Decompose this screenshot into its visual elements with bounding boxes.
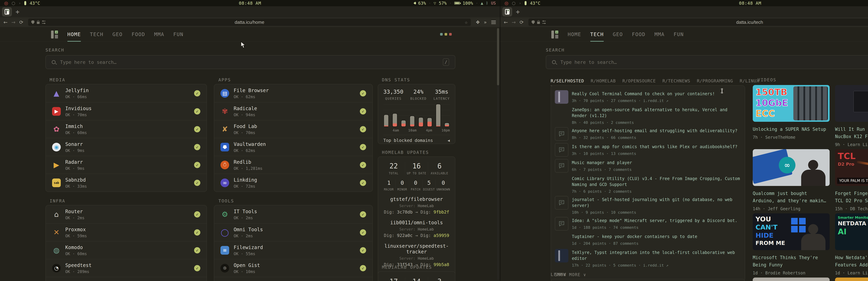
subreddit-tab-rtechnews[interactable]: R/TECHNEWS	[662, 78, 690, 86]
forward-button[interactable]: →	[512, 20, 516, 25]
reddit-post[interactable]: journalot - Self-hosted journaling with …	[555, 196, 741, 215]
dns-stats-label: DNS STATS	[382, 77, 410, 82]
dns-bar-blocked	[410, 125, 414, 127]
extensions-icon[interactable]: ❖	[476, 20, 480, 25]
clock: 08:48 AM	[739, 1, 761, 6]
service-row[interactable]: sabSabnzbdOK · 33ms✓	[46, 174, 207, 191]
new-tab-button[interactable]: +	[16, 8, 20, 15]
tab-tech[interactable]: TECH	[90, 27, 103, 42]
post-link[interactable]: i.redd.it ↗	[643, 263, 669, 268]
site-settings-icon[interactable]	[542, 21, 546, 24]
reddit-post[interactable]: Music manager and player6h · 7 points · …	[555, 159, 741, 173]
reddit-post[interactable]: Idea: A "sleep mode" Minecraft server, t…	[555, 217, 741, 231]
menu-icon[interactable]	[491, 22, 496, 23]
tab-mma[interactable]: MMA	[654, 27, 664, 42]
tab-geo[interactable]: GEO	[613, 27, 623, 42]
tab-food[interactable]: FOOD	[132, 27, 145, 42]
back-button[interactable]: ←	[3, 20, 7, 25]
reddit-post[interactable]: TeXlyre, Typst integration into the loca…	[555, 249, 741, 268]
overflow-icon[interactable]: »	[484, 20, 487, 25]
url-bar[interactable]: datta.icu/tech ☆	[528, 19, 868, 26]
service-row[interactable]: ◍KomodoOK · 60ms✓	[46, 241, 207, 259]
tab-geo[interactable]: GEO	[113, 27, 123, 42]
update-entry[interactable]: linuxserver/speedtest-trackerServer: Hom…	[382, 243, 451, 267]
service-row[interactable]: ⌾Open GistOK · 10ms✓	[214, 259, 372, 277]
video-card[interactable]: YOUCAN'THIDEFROM MEMicrosoft Thinks They…	[753, 213, 830, 276]
subreddit-tab-rhomelab[interactable]: R/HOMELAB	[591, 78, 616, 86]
tab-home[interactable]: HOME	[568, 27, 581, 42]
service-row[interactable]: ▶InvidiousOK · 70ms✓	[46, 102, 207, 120]
tab-mma[interactable]: MMA	[154, 27, 164, 42]
update-entry[interactable]: iib0011/omni-toolsServer: HomeLabDig: 92…	[382, 220, 451, 238]
tab-food[interactable]: FOOD	[632, 27, 646, 42]
browser-tab[interactable]	[502, 7, 512, 16]
service-row[interactable]: ≡FilewizardOK · 55ms✓	[214, 241, 372, 259]
tab-fun[interactable]: FUN	[173, 27, 183, 42]
tab-tech[interactable]: TECH	[590, 27, 604, 42]
speaker-icon	[412, 2, 415, 5]
search-input[interactable]: Type here to search… /	[45, 55, 455, 69]
service-row[interactable]: ⚙IT ToolsOK · 2ms✓	[214, 205, 372, 223]
service-row[interactable]: ▲JellyfinOK · 66ms✓	[46, 84, 207, 102]
tab-fun[interactable]: FUN	[674, 27, 684, 42]
service-row[interactable]: ⌂RouterOK · 2ms✓	[46, 205, 207, 223]
reddit-post[interactable]: ZaneOps: an open-source PaaS alternative…	[555, 106, 741, 125]
video-card[interactable]: Smarter Monitoring with:NETDATAAIHow Net…	[835, 213, 868, 276]
service-status: OK · 2ms	[65, 216, 85, 220]
subreddit-tab-rprogramming[interactable]: R/PROGRAMMING	[697, 78, 733, 86]
video-card[interactable]: TCLD2 ProYOUR PALM IS THE KEYForget Fing…	[835, 149, 868, 211]
forward-button[interactable]: →	[11, 20, 15, 25]
status-dot-icon[interactable]	[449, 33, 452, 36]
service-row[interactable]: ◉SonarrOK · 9ms✓	[46, 138, 207, 156]
service-row[interactable]: ⬟VaultwardenOK · 62ms✓	[214, 138, 372, 156]
subreddit-tab-rlinux[interactable]: R/LINUX	[740, 78, 759, 86]
reload-button[interactable]: ⟳	[520, 20, 524, 25]
dashboard-logo-icon[interactable]: ↗	[551, 31, 558, 38]
back-button[interactable]: ←	[504, 20, 508, 25]
site-settings-icon[interactable]	[42, 21, 45, 24]
reddit-post[interactable]: Anyone here self-hosting email and strug…	[555, 127, 741, 141]
shield-icon[interactable]	[31, 20, 34, 24]
service-row[interactable]: ✕ProxmoxOK · 59ms✓	[46, 223, 207, 241]
top-blocked-domains-toggle[interactable]: Top blocked domains◀	[383, 135, 450, 143]
search-input[interactable]: Type here to search… /	[546, 55, 868, 69]
browser-tab[interactable]	[2, 7, 12, 16]
tab-home[interactable]: HOME	[67, 27, 81, 42]
reddit-post[interactable]: Really Cool Terminal Command to check on…	[555, 90, 741, 104]
status-dot-icon[interactable]	[444, 33, 447, 36]
service-row[interactable]: ◔SpeedtestOK · 289ms✓	[46, 259, 207, 277]
service-row[interactable]: ✿ImmichOK · 60ms✓	[46, 120, 207, 138]
dashboard-logo-icon[interactable]: ↗	[51, 31, 58, 38]
post-meta: 10h · 9 points · 10 comments	[572, 210, 741, 215]
lock-icon	[537, 22, 540, 24]
service-row[interactable]: ∞LinkdingOK · 72ms✓	[214, 174, 372, 191]
video-card[interactable]: ∞Qualcomm just bought Arduino, and they'…	[753, 149, 830, 211]
video-thumbnail: TCLD2 ProYOUR PALM IS THE KEY	[835, 149, 868, 186]
status-dot-icon[interactable]	[440, 33, 443, 36]
shield-icon[interactable]	[532, 20, 535, 24]
reddit-show-more[interactable]: SHOW MORE ∨	[555, 272, 741, 277]
service-row[interactable]: ✘Food LabOK · 70ms✓	[214, 120, 372, 138]
service-row[interactable]: ▶RadarrOK · 9ms✓	[46, 156, 207, 174]
subreddit-tab-ropensource[interactable]: R/OPENSOURCE	[622, 78, 656, 86]
new-tab-button[interactable]: +	[516, 8, 520, 15]
service-row[interactable]: ◯Omni ToolsOK · 2ms✓	[214, 223, 372, 241]
update-entry[interactable]: gtstef/filebrowserServer: HomeLabDig: 3c…	[382, 196, 451, 215]
subreddit-tab-rselfhosted[interactable]: R/SELFHOSTED	[551, 78, 584, 86]
reddit-post[interactable]: Is there an app for comics that works li…	[555, 143, 741, 156]
scrollbar[interactable]	[497, 28, 499, 280]
status-ok-icon: ✓	[360, 90, 366, 97]
reddit-post[interactable]: Tugtainer - keep your docker containers …	[555, 233, 741, 246]
service-row[interactable]: ✾RadicaleOK · 94ms✓	[214, 102, 372, 120]
service-row[interactable]: ⍥RedlibOK · 1,281ms✓	[214, 156, 372, 174]
service-status: OK · 70ms	[65, 113, 92, 117]
reload-button[interactable]: ⟳	[19, 20, 23, 25]
video-card[interactable]: 150TB10GbEECCUnlocking a SUPER NAS Setup…	[753, 85, 830, 140]
bookmark-star-icon[interactable]: ☆	[465, 20, 468, 25]
video-card[interactable]: Will It Run Linux? GMKTec NucBox K12 Ful…	[835, 85, 868, 147]
reddit-post[interactable]: Comic Library Utility (CLU) v3.4 - Free …	[555, 175, 741, 194]
service-row[interactable]: ▤File BrowserOK · 62ms✓	[214, 84, 372, 102]
url-bar[interactable]: datta.icu/home ☆	[28, 19, 471, 26]
post-link[interactable]: i.redd.it ↗	[643, 99, 669, 103]
update-server: Server: HomeLab	[382, 204, 451, 208]
